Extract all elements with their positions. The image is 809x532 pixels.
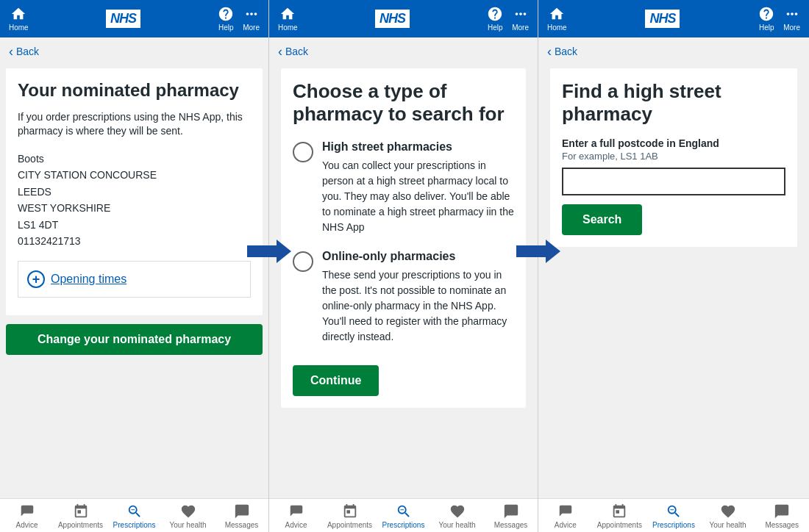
nhs-header-1: Home NHS Help M	[0, 0, 268, 37]
more-nav-2[interactable]: More	[512, 6, 529, 32]
more-label-2: More	[512, 24, 529, 32]
panel3-content: Find a high street pharmacy Enter a full…	[538, 62, 809, 498]
nav-advice-label-1: Advice	[15, 521, 38, 529]
change-pharmacy-button[interactable]: Change your nominated pharmacy	[6, 324, 263, 355]
input-label-3: Enter a full postcode in England	[562, 137, 785, 149]
back-anchor-2[interactable]: Back	[278, 45, 529, 58]
nav-health-2[interactable]: Your health	[430, 503, 484, 529]
help-icon-3	[758, 6, 774, 22]
panel3-card: Find a high street pharmacy Enter a full…	[550, 68, 797, 247]
page-title-2: Choose a type of pharmacy to search for	[293, 80, 514, 126]
more-icon-2	[513, 6, 529, 22]
more-nav-1[interactable]: More	[243, 6, 260, 32]
back-anchor-1[interactable]: Back	[9, 45, 260, 58]
more-label-3: More	[783, 24, 800, 32]
arrow-1	[247, 240, 291, 266]
home-nav-2[interactable]: Home	[278, 6, 298, 32]
nav-messages-label-2: Messages	[494, 521, 528, 529]
nav-health-3[interactable]: Your health	[701, 503, 755, 529]
nav-prescriptions-3[interactable]: Prescriptions	[646, 503, 701, 529]
bottom-nav-1: Advice Appointments Prescriptions	[0, 498, 268, 532]
nav-health-1[interactable]: Your health	[161, 503, 215, 529]
postcode-input[interactable]	[562, 168, 785, 195]
help-icon-1	[218, 6, 234, 22]
nav-health-label-2: Your health	[438, 521, 475, 529]
nav-appointments-label-3: Appointments	[597, 521, 642, 529]
panel2-content: Choose a type of pharmacy to search for …	[269, 62, 538, 498]
nav-advice-1[interactable]: Advice	[0, 503, 54, 529]
header-right-3: Help More	[758, 6, 800, 32]
nav-prescriptions-1[interactable]: Prescriptions	[107, 503, 161, 529]
search-button[interactable]: Search	[562, 204, 642, 235]
home-icon-2	[279, 6, 296, 22]
help-nav-2[interactable]: Help	[487, 6, 503, 32]
panel-3: Home NHS Help M	[538, 0, 809, 532]
continue-button[interactable]: Continue	[293, 365, 379, 396]
help-nav-1[interactable]: Help	[218, 6, 234, 32]
help-nav-3[interactable]: Help	[758, 6, 774, 32]
appointments-icon-1	[73, 503, 89, 520]
nav-advice-label-2: Advice	[285, 521, 307, 529]
pharmacy-phone: 01132421713	[18, 233, 251, 249]
home-label-3: Home	[547, 24, 567, 32]
nav-messages-label-1: Messages	[225, 521, 259, 529]
nav-advice-2[interactable]: Advice	[269, 503, 323, 529]
help-label-2: Help	[488, 24, 503, 32]
prescriptions-icon-3	[666, 503, 682, 520]
nav-health-label-3: Your health	[709, 521, 746, 529]
opening-times-link[interactable]: + Opening times	[18, 261, 251, 298]
back-anchor-3[interactable]: Back	[547, 45, 800, 58]
appointments-icon-2	[342, 503, 358, 520]
back-link-2[interactable]: Back	[269, 37, 538, 62]
help-label-1: Help	[218, 24, 234, 32]
nav-advice-3[interactable]: Advice	[538, 503, 593, 529]
pharmacy-postcode: LS1 4DT	[18, 217, 251, 233]
appointments-icon-3	[611, 503, 627, 520]
nav-messages-3[interactable]: Messages	[755, 503, 809, 529]
pharmacy-details: Boots CITY STATION CONCOURSE LEEDS WEST …	[18, 151, 251, 249]
nav-appointments-1[interactable]: Appointments	[54, 503, 107, 529]
header-right-2: Help More	[487, 6, 529, 32]
radio-option-online[interactable]: Online-only pharmacies These send your p…	[293, 250, 514, 345]
home-nav-3[interactable]: Home	[547, 6, 567, 32]
app-container: Home NHS Help M	[0, 0, 809, 532]
radio-option-high-street[interactable]: High street pharmacies You can collect y…	[293, 140, 514, 235]
bottom-nav-3: Advice Appointments Prescriptions	[538, 498, 809, 532]
messages-icon-3	[774, 503, 790, 520]
back-link-1[interactable]: Back	[0, 37, 268, 62]
health-icon-2	[449, 503, 466, 520]
back-link-3[interactable]: Back	[538, 37, 809, 62]
pharmacy-address1: CITY STATION CONCOURSE	[18, 167, 251, 183]
nav-prescriptions-label-1: Prescriptions	[113, 521, 156, 529]
more-label-1: More	[243, 24, 260, 32]
panel-1: Home NHS Help M	[0, 0, 269, 532]
nav-appointments-3[interactable]: Appointments	[593, 503, 647, 529]
bottom-nav-2: Advice Appointments Prescriptions	[269, 498, 538, 532]
pharmacy-address2: LEEDS	[18, 184, 251, 200]
svg-marker-0	[247, 240, 291, 263]
radio-circle-high-street[interactable]	[293, 142, 313, 162]
advice-icon-2	[288, 503, 304, 520]
nav-appointments-label-1: Appointments	[58, 521, 103, 529]
prescriptions-icon-2	[396, 503, 412, 520]
help-label-3: Help	[759, 24, 774, 32]
prescriptions-icon-1	[126, 503, 143, 520]
nav-appointments-2[interactable]: Appointments	[323, 503, 377, 529]
panel2-card: Choose a type of pharmacy to search for …	[281, 68, 526, 408]
home-label-2: Home	[278, 24, 298, 32]
nhs-logo-2: NHS	[375, 10, 410, 28]
radio-circle-online[interactable]	[293, 251, 313, 272]
home-nav-1[interactable]: Home	[9, 6, 29, 32]
plus-icon: +	[27, 270, 45, 288]
nav-prescriptions-2[interactable]: Prescriptions	[377, 503, 430, 529]
nav-advice-label-3: Advice	[555, 521, 577, 529]
messages-icon-2	[503, 503, 519, 520]
panel-2: Home NHS Help M	[269, 0, 538, 532]
nav-prescriptions-label-3: Prescriptions	[652, 521, 695, 529]
nav-messages-1[interactable]: Messages	[215, 503, 268, 529]
opening-times-label[interactable]: Opening times	[51, 273, 126, 286]
pharmacy-address3: WEST YORKSHIRE	[18, 200, 251, 216]
nav-messages-2[interactable]: Messages	[484, 503, 538, 529]
radio-desc-high-street: You can collect your prescriptions in pe…	[322, 158, 514, 235]
more-nav-3[interactable]: More	[783, 6, 800, 32]
